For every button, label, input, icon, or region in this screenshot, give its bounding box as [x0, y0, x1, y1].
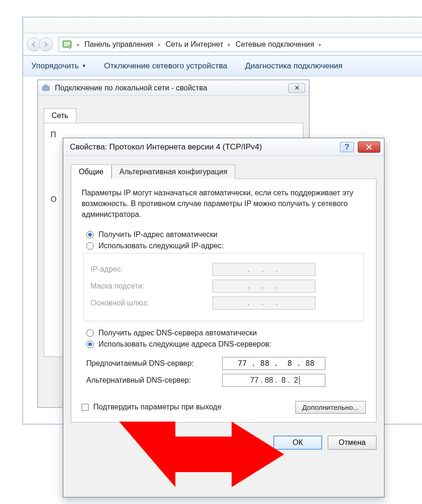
radio-ip-auto-label: Получить IP-адрес автоматически: [98, 230, 218, 239]
alternate-dns-label: Альтернативный DNS-сервер:: [86, 376, 222, 385]
ok-button[interactable]: ОК: [273, 436, 322, 450]
ip-fields-group: IP-адрес: . . . Маска подсети: . . . Осн…: [83, 253, 364, 321]
breadcrumb-item[interactable]: Сетевые подключения: [235, 40, 314, 49]
validate-on-exit-checkbox[interactable]: [82, 404, 89, 411]
close-icon: [366, 144, 372, 150]
arrow-right-icon: [43, 42, 49, 47]
ipv4-properties-dialog: Свойства: Протокол Интернета версии 4 (T…: [63, 138, 384, 497]
breadcrumb-item[interactable]: Сеть и Интернет: [166, 40, 223, 49]
alternate-dns-input[interactable]: 77 . 88 . 8 . 2: [222, 374, 325, 387]
tab-network[interactable]: Сеть: [44, 108, 76, 123]
dns-fields-group: Предпочитаемый DNS-сервер: 77 . 88 . 8 .…: [83, 351, 364, 393]
toolbar-organize-label: Упорядочить: [31, 61, 79, 71]
dialog-button-row: ОК Отмена: [63, 429, 384, 456]
cancel-button[interactable]: Отмена: [328, 436, 377, 450]
preferred-dns-input[interactable]: 77 . 88 . 8 . 88: [222, 357, 325, 370]
radio-icon: [86, 329, 94, 337]
arrow-left-icon: [31, 42, 37, 47]
ip-address-input: . . .: [212, 263, 316, 276]
explorer-address-row: ▸ Панель управления ▸ Сеть и Интернет ▸ …: [23, 33, 422, 56]
subnet-mask-label: Маска подсети:: [90, 282, 212, 290]
connection-properties-titlebar[interactable]: Подключение по локальной сети - свойства…: [38, 80, 309, 96]
ip-address-label: IP-адрес:: [90, 265, 212, 274]
radio-dns-auto-label: Получить адрес DNS-сервера автоматически: [98, 329, 257, 337]
advanced-button[interactable]: Дополнительно...: [295, 401, 366, 414]
radio-ip-manual-label: Использовать следующий IP-адрес:: [98, 242, 224, 250]
control-panel-icon: [62, 39, 72, 50]
close-button[interactable]: [358, 141, 380, 153]
tab-alternate-config[interactable]: Альтернативная конфигурация: [112, 164, 235, 179]
tab-general[interactable]: Общие: [71, 164, 112, 179]
subnet-mask-input: . . .: [212, 280, 316, 293]
connection-properties-close-button[interactable]: ✕: [288, 83, 305, 93]
radio-ip-manual[interactable]: Использовать следующий IP-адрес:: [86, 242, 366, 250]
text-caret-icon: [299, 376, 300, 385]
network-adapter-icon: [42, 84, 50, 92]
connection-properties-title: Подключение по локальной сети - свойства: [55, 84, 288, 92]
breadcrumb-item[interactable]: Панель управления: [84, 40, 153, 49]
ipv4-general-panel: Параметры IP могут назначаться автоматич…: [71, 178, 377, 422]
radio-dns-auto[interactable]: Получить адрес DNS-сервера автоматически: [86, 329, 366, 337]
alternate-dns-value: 77 . 88 . 8 . 2: [248, 376, 298, 385]
default-gateway-input: . . .: [212, 296, 316, 310]
default-gateway-label: Основной шлюз:: [90, 299, 212, 307]
radio-icon: [86, 341, 94, 348]
radio-ip-auto[interactable]: Получить IP-адрес автоматически: [86, 230, 366, 239]
radio-dns-manual[interactable]: Использовать следующие адреса DNS-сервер…: [86, 340, 366, 348]
radio-icon: [86, 242, 94, 250]
radio-dns-manual-label: Использовать следующие адреса DNS-сервер…: [98, 340, 271, 348]
explorer-titlebar: [23, 17, 422, 33]
preferred-dns-label: Предпочитаемый DNS-сервер:: [86, 359, 222, 368]
ipv4-title: Свойства: Протокол Интернета версии 4 (T…: [67, 142, 340, 152]
validate-on-exit-label: Подтвердить параметры при выходе: [93, 403, 221, 411]
svg-point-2: [68, 45, 71, 48]
toolbar-disable-device[interactable]: Отключение сетевого устройства: [104, 61, 227, 71]
explorer-toolbar: Упорядочить ▼ Отключение сетевого устрой…: [23, 56, 422, 76]
ipv4-description: Параметры IP могут назначаться автоматич…: [82, 187, 366, 220]
radio-icon: [86, 231, 94, 238]
toolbar-organize[interactable]: Упорядочить ▼: [31, 61, 86, 71]
chevron-down-icon: ▼: [82, 63, 86, 68]
ipv4-titlebar[interactable]: Свойства: Протокол Интернета версии 4 (T…: [63, 138, 384, 156]
help-button[interactable]: ?: [340, 142, 354, 152]
toolbar-diagnose[interactable]: Диагностика подключения: [245, 61, 343, 71]
nav-forward-button[interactable]: [39, 37, 53, 52]
svg-rect-4: [45, 85, 47, 87]
breadcrumb[interactable]: ▸ Панель управления ▸ Сеть и Интернет ▸ …: [59, 37, 422, 52]
